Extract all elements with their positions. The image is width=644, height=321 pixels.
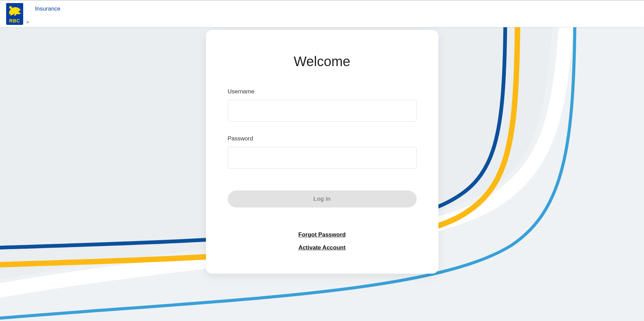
password-label: Password	[228, 135, 417, 142]
login-card: Welcome Username Password Log in Forgot …	[206, 30, 438, 274]
brand-subtitle: Insurance	[35, 5, 61, 12]
forgot-password-link[interactable]: Forgot Password	[228, 231, 417, 238]
username-field-group: Username	[228, 88, 417, 122]
activate-account-link[interactable]: Activate Account	[228, 244, 417, 251]
password-field-group: Password	[228, 135, 417, 169]
page-title: Welcome	[228, 54, 417, 69]
login-button[interactable]: Log in	[228, 190, 417, 208]
app-header: RBC ® Insurance	[0, 0, 644, 27]
helper-links: Forgot Password Activate Account	[228, 231, 417, 251]
username-label: Username	[228, 88, 417, 95]
rbc-shield-icon: RBC	[6, 3, 23, 25]
username-input[interactable]	[228, 100, 417, 122]
rbc-logo-text: RBC	[9, 18, 20, 24]
password-input[interactable]	[228, 147, 417, 169]
registered-mark-icon: ®	[27, 21, 29, 24]
brand-logo: RBC ® Insurance	[6, 3, 60, 25]
svg-point-0	[9, 6, 12, 9]
